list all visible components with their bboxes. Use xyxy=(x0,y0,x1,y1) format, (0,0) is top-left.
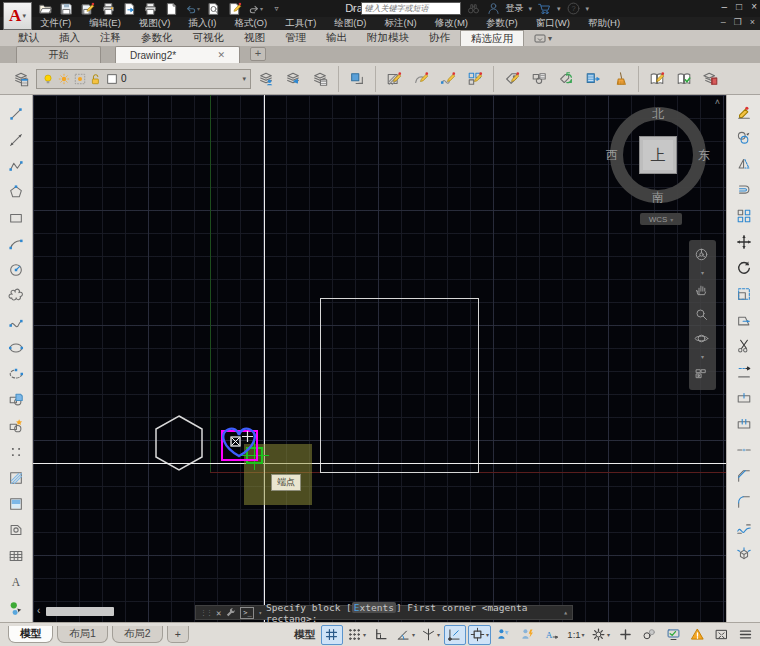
menu-3[interactable]: 视图(V) xyxy=(139,17,171,30)
snap-mode-button[interactable]: ▾ xyxy=(345,625,368,645)
annotation-visibility-button[interactable] xyxy=(493,625,515,645)
showmotion-icon[interactable] xyxy=(694,366,711,383)
ribbon-tab-5[interactable]: 可视化 xyxy=(183,30,235,46)
customization-button[interactable] xyxy=(734,625,756,645)
new-drawing-tab-button[interactable]: + xyxy=(250,47,266,61)
rotate-icon[interactable] xyxy=(735,259,753,277)
menu-7[interactable]: 绘图(D) xyxy=(334,17,366,30)
doc-minimize-button[interactable]: – xyxy=(721,17,726,27)
layer-states-icon[interactable] xyxy=(308,66,332,92)
application-menu-button[interactable]: A▾ xyxy=(3,2,32,30)
attribute-extract-icon[interactable] xyxy=(581,66,605,92)
horizontal-scrollbar-thumb[interactable] xyxy=(46,607,114,616)
edit-array-icon[interactable] xyxy=(463,66,487,92)
sign-in-button[interactable]: 登录 xyxy=(506,2,524,15)
close-button[interactable]: × xyxy=(751,1,757,12)
chevron-down-icon[interactable]: ▾ xyxy=(486,631,489,638)
spline-icon[interactable] xyxy=(7,313,25,331)
layer-properties-icon[interactable] xyxy=(9,66,33,92)
annotation-scale-value[interactable]: 1:1▾ xyxy=(565,625,587,645)
minimize-button[interactable]: – xyxy=(722,1,728,12)
viewcube-top-face[interactable]: 上 xyxy=(639,136,677,174)
arc-icon[interactable] xyxy=(7,235,25,253)
mirror-icon[interactable] xyxy=(735,155,753,173)
point-icon[interactable] xyxy=(7,443,25,461)
viewcube-west-label[interactable]: 西 xyxy=(606,147,618,164)
chevron-down-icon[interactable]: ▾ xyxy=(701,271,704,275)
drag-handle-icon[interactable]: ⋮⋮ xyxy=(200,609,212,617)
object-snap-button[interactable]: ▾ xyxy=(468,625,491,645)
insert-block-icon[interactable] xyxy=(7,391,25,409)
menu-11[interactable]: 窗口(W) xyxy=(536,17,570,30)
check-standards-icon[interactable] xyxy=(672,66,696,92)
trim-icon[interactable] xyxy=(735,337,753,355)
layout-tab-3[interactable]: 布局2 xyxy=(112,626,163,643)
help-icon[interactable]: ? xyxy=(566,1,581,16)
chevron-down-icon[interactable]: ▾ xyxy=(586,5,590,13)
layer-dropdown[interactable]: 0▾ xyxy=(36,69,251,89)
annotation-scale-button[interactable]: A xyxy=(541,625,563,645)
extend-icon[interactable] xyxy=(735,363,753,381)
pan-icon[interactable] xyxy=(694,282,711,299)
polygon-icon[interactable] xyxy=(7,183,25,201)
wrench-icon[interactable] xyxy=(225,607,236,618)
fillet-icon[interactable] xyxy=(735,493,753,511)
save-as-icon[interactable] xyxy=(80,1,95,16)
new-drawing-icon[interactable] xyxy=(164,1,179,16)
menu-5[interactable]: 格式(O) xyxy=(234,17,267,30)
polar-tracking-button[interactable]: ▾ xyxy=(394,625,417,645)
grid-button[interactable] xyxy=(321,625,343,645)
chevron-down-icon[interactable]: ▾ xyxy=(582,631,585,638)
gradient-icon[interactable] xyxy=(7,495,25,513)
edit-drawing-icon[interactable] xyxy=(227,1,242,16)
steering-wheel-icon[interactable] xyxy=(694,247,711,264)
command-prompt-icon[interactable]: >_ xyxy=(240,607,254,619)
viewcube[interactable]: 北 南 西 东 上 xyxy=(603,100,713,210)
doc-close-button[interactable]: × xyxy=(750,17,755,27)
clean-screen-button[interactable] xyxy=(710,625,732,645)
purge-icon[interactable] xyxy=(608,66,632,92)
ellipse-icon[interactable] xyxy=(7,339,25,357)
ribbon-tab-9[interactable]: 附加模块 xyxy=(357,30,419,46)
menu-4[interactable]: 插入(I) xyxy=(188,17,216,30)
ellipse-arc-icon[interactable] xyxy=(7,365,25,383)
stretch-icon[interactable] xyxy=(735,311,753,329)
polyline-icon[interactable] xyxy=(7,157,25,175)
drawing-canvas[interactable]: 端点 北 南 西 东 上 WCS▾ ▾▾ ˄ ‹ ⋮⋮ ✕ xyxy=(33,95,726,622)
search-input[interactable] xyxy=(361,2,461,15)
command-close-icon[interactable]: ✕ xyxy=(216,608,221,618)
plus-button[interactable] xyxy=(614,625,636,645)
ribbon-tab-4[interactable]: 参数化 xyxy=(131,30,183,46)
model-space-label[interactable]: 模型 xyxy=(294,628,315,642)
chevron-down-icon[interactable]: ▾ xyxy=(701,355,704,359)
chevron-down-icon[interactable]: ▾ xyxy=(607,631,610,638)
make-layer-current-icon[interactable] xyxy=(254,66,278,92)
sync-attributes-icon[interactable] xyxy=(554,66,578,92)
viewcube-north-label[interactable]: 北 xyxy=(603,106,713,123)
hardware-acceleration-button[interactable] xyxy=(662,625,684,645)
menu-6[interactable]: 工具(T) xyxy=(285,17,316,30)
etransmit-icon[interactable] xyxy=(122,1,137,16)
hatch-icon[interactable] xyxy=(7,469,25,487)
line-icon[interactable] xyxy=(7,105,25,123)
ribbon-tab-2[interactable]: 插入 xyxy=(49,30,90,46)
ribbon-display-toggle[interactable]: ▾ xyxy=(534,30,552,46)
expand-search-icon[interactable]: ▸ xyxy=(352,5,356,13)
new-layout-button[interactable]: + xyxy=(167,626,189,643)
plot-icon[interactable] xyxy=(101,1,116,16)
table-icon[interactable] xyxy=(7,547,25,565)
blend-curves-icon[interactable] xyxy=(735,519,753,537)
plot-preview-icon[interactable] xyxy=(206,1,221,16)
chevron-down-icon[interactable]: ▾ xyxy=(242,75,246,83)
search-binoculars-icon[interactable] xyxy=(466,1,481,16)
command-line[interactable]: ⋮⋮ ✕ >_ ▾ Specify block [Extents] First … xyxy=(195,605,573,620)
chamfer-icon[interactable] xyxy=(735,467,753,485)
menu-1[interactable]: 文件(F) xyxy=(40,17,71,30)
edit-polyline-icon[interactable] xyxy=(409,66,433,92)
copy-nested-objects-icon[interactable] xyxy=(345,66,369,92)
edit-spline-icon[interactable] xyxy=(436,66,460,92)
scroll-left-icon[interactable]: ‹ xyxy=(37,606,40,616)
viewcube-east-label[interactable]: 东 xyxy=(698,147,710,164)
user-icon[interactable] xyxy=(486,1,501,16)
layout-tab-1[interactable]: 模型 xyxy=(8,626,53,643)
